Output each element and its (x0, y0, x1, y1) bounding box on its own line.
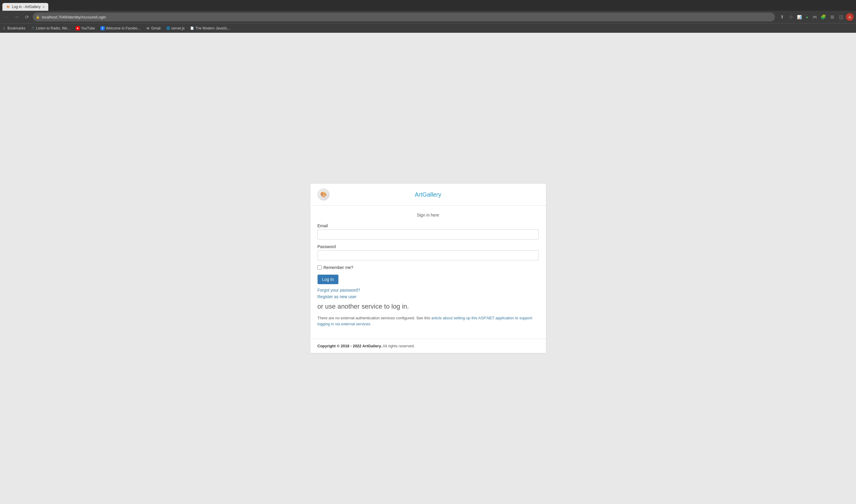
external-service-heading: or use another service to log in. (318, 303, 539, 310)
extension-icon-3[interactable]: 🎮 (811, 13, 818, 21)
bookmark-favicon-youtube: ▶ (76, 26, 80, 30)
no-external-prefix: There are no external authentication ser… (318, 316, 430, 320)
tab-title: Log in - ArtGallery (12, 5, 40, 9)
bookmark-favicon-gmail: M (146, 26, 150, 30)
profile-avatar[interactable]: A (846, 13, 854, 21)
extension-icon-1[interactable]: 📊 (796, 13, 803, 21)
bookmark-listen-radio[interactable]: 🎵 Listen to Radio, We... (28, 25, 73, 32)
bookmark-favicon-serverjs: 🌐 (166, 26, 170, 30)
app-logo-icon: 🎨 (320, 191, 327, 198)
extensions-icon[interactable]: 🧩 (819, 13, 827, 21)
url-text: localhost:7049/Identity/Account/Login (42, 15, 772, 19)
bookmark-label-serverjs: server.js (171, 26, 185, 30)
page-content: 🎨 ArtGallery Sign in here Email Password… (0, 33, 856, 504)
browser-toolbar: ← → ⟳ 🔒 localhost:7049/Identity/Account/… (0, 11, 856, 23)
bookmarks-star-icon: ☆ (2, 26, 6, 30)
browser-chrome: 🎨 Log in - ArtGallery ✕ ← → ⟳ 🔒 localhos… (0, 0, 856, 33)
tabs-bar: 🎨 Log in - ArtGallery ✕ (0, 0, 856, 11)
grid-icon[interactable]: ⊞ (828, 13, 836, 21)
card-footer: Copyright © 2018 - 2022 ArtGallery. All … (310, 339, 546, 353)
bookmark-label-gmail: Gmail (151, 26, 160, 30)
tab-close-button[interactable]: ✕ (42, 5, 45, 8)
login-card: 🎨 ArtGallery Sign in here Email Password… (310, 184, 546, 353)
card-header: 🎨 ArtGallery (310, 184, 546, 205)
sidebar-icon[interactable]: ◫ (837, 13, 845, 21)
back-button[interactable]: ← (2, 13, 11, 21)
share-icon[interactable]: ⬆ (778, 13, 786, 21)
bookmark-facebook[interactable]: f Welcome to Facebo... (98, 25, 143, 32)
bookmark-serverjs[interactable]: 🌐 server.js (164, 25, 187, 32)
bookmarks-bar: ☆ Bookmarks 🎵 Listen to Radio, We... ▶ Y… (0, 23, 856, 33)
remember-me-checkbox[interactable] (318, 265, 322, 270)
address-bar[interactable]: 🔒 localhost:7049/Identity/Account/Login (33, 13, 775, 21)
bookmark-label-radio: Listen to Radio, We... (36, 26, 70, 30)
reload-button[interactable]: ⟳ (23, 13, 31, 21)
email-label: Email (318, 223, 539, 228)
bookmark-label-facebook: Welcome to Facebo... (106, 26, 141, 30)
bookmark-label-youtube: YouTube (81, 26, 95, 30)
sign-in-heading: Sign in here (318, 213, 539, 217)
card-body: Sign in here Email Password Remember me?… (310, 205, 546, 339)
email-input[interactable] (318, 229, 539, 239)
bookmark-favicon-modernjs: 📄 (190, 26, 194, 30)
lock-icon: 🔒 (36, 15, 40, 19)
toolbar-actions: ⬆ ☆ 📊 ● 🎮 🧩 ⊞ ◫ A (778, 13, 854, 21)
password-input[interactable] (318, 250, 539, 260)
bookmark-label-modernjs: The Modern JavaSc... (195, 26, 230, 30)
bookmarks-label: Bookmarks (7, 26, 25, 30)
copyright-text: Copyright © 2018 - 2022 ArtGallery. All … (318, 344, 539, 348)
bookmark-youtube[interactable]: ▶ YouTube (73, 25, 98, 32)
copyright-bold: Copyright © 2018 - 2022 ArtGallery. (318, 344, 382, 348)
bookmark-favicon-facebook: f (101, 26, 105, 30)
bookmark-modernjs[interactable]: 📄 The Modern JavaSc... (188, 25, 233, 32)
bookmark-gmail[interactable]: M Gmail (143, 25, 163, 32)
tab-favicon: 🎨 (6, 5, 10, 9)
active-tab[interactable]: 🎨 Log in - ArtGallery ✕ (2, 3, 48, 11)
bookmark-star-icon[interactable]: ☆ (787, 13, 795, 21)
password-label: Password (318, 244, 539, 249)
email-form-group: Email (318, 223, 539, 239)
app-logo: 🎨 (318, 188, 329, 200)
all-rights-text: All rights reserved. (382, 344, 415, 348)
remember-me-group: Remember me? (318, 265, 539, 270)
extension-icon-2[interactable]: ● (804, 13, 811, 21)
forward-button[interactable]: → (13, 13, 21, 21)
bookmark-favicon-radio: 🎵 (31, 26, 35, 30)
app-title: ArtGallery (333, 191, 523, 198)
password-form-group: Password (318, 244, 539, 260)
register-link[interactable]: Register as new user (318, 294, 539, 299)
remember-me-label[interactable]: Remember me? (324, 265, 353, 270)
login-button[interactable]: Log In (318, 275, 339, 284)
no-external-services-text: There are no external authentication ser… (318, 315, 539, 327)
forgot-password-link[interactable]: Forgot your password? (318, 288, 539, 292)
